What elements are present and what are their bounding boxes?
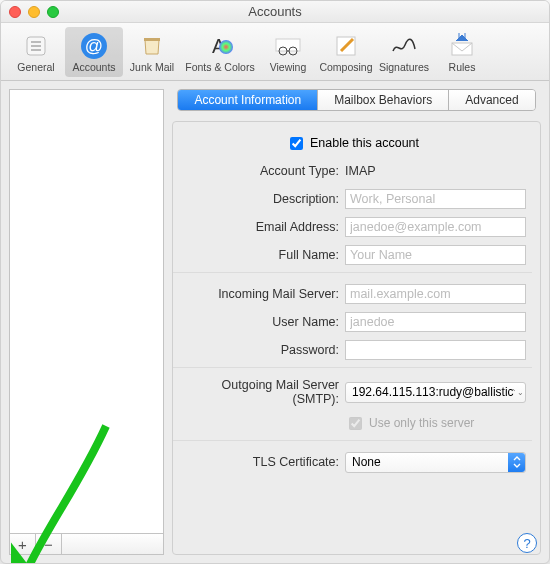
email-input[interactable]	[345, 217, 526, 237]
accounts-sidebar: + −	[9, 89, 164, 555]
smtp-label: Outgoing Mail Server (SMTP):	[173, 378, 345, 406]
tab-label: Account Information	[194, 93, 301, 107]
enable-account-checkbox[interactable]	[290, 137, 303, 150]
incoming-server-input[interactable]	[345, 284, 526, 304]
glasses-icon	[273, 31, 303, 61]
toolbar-item-signatures[interactable]: Signatures	[375, 27, 433, 77]
compose-icon	[331, 31, 361, 61]
use-only-this-server-checkbox[interactable]	[349, 417, 362, 430]
tab-mailbox-behaviors[interactable]: Mailbox Behaviors	[318, 90, 449, 110]
tab-label: Mailbox Behaviors	[334, 93, 432, 107]
minus-icon: −	[44, 536, 53, 553]
toolbar-item-accounts[interactable]: @ Accounts	[65, 27, 123, 77]
smtp-server-popup[interactable]: 192.64.115.113:rudy@ballistic ⌃⌄	[345, 382, 526, 403]
trash-icon	[137, 31, 167, 61]
tab-label: Advanced	[465, 93, 518, 107]
password-input[interactable]	[345, 340, 526, 360]
rules-icon	[447, 31, 477, 61]
divider	[173, 367, 532, 368]
titlebar: Accounts	[1, 1, 549, 23]
signature-icon	[389, 31, 419, 61]
accounts-list-footer-spacer	[62, 534, 163, 554]
username-input[interactable]	[345, 312, 526, 332]
toolbar-label: Fonts & Colors	[185, 61, 254, 73]
tls-certificate-popup[interactable]: None	[345, 452, 526, 473]
fonts-colors-icon: A	[205, 31, 235, 61]
toolbar-label: Composing	[319, 61, 372, 73]
svg-rect-2	[31, 45, 41, 47]
account-tabs: Account Information Mailbox Behaviors Ad…	[177, 89, 535, 111]
svg-rect-3	[31, 49, 41, 51]
toolbar-item-composing[interactable]: Composing	[317, 27, 375, 77]
tls-label: TLS Certificate:	[173, 455, 345, 469]
divider	[173, 440, 532, 441]
toolbar-label: General	[17, 61, 54, 73]
incoming-server-label: Incoming Mail Server:	[173, 287, 345, 301]
fullname-label: Full Name:	[173, 248, 345, 262]
description-label: Description:	[173, 192, 345, 206]
help-icon: ?	[523, 536, 530, 551]
svg-text:@: @	[85, 36, 103, 56]
toolbar-label: Accounts	[72, 61, 115, 73]
account-type-label: Account Type:	[173, 164, 345, 178]
chevron-updown-icon	[508, 453, 525, 472]
toolbar-item-junkmail[interactable]: Junk Mail	[123, 27, 181, 77]
accounts-window: Accounts General @ Accounts Junk Mail A …	[0, 0, 550, 564]
email-label: Email Address:	[173, 220, 345, 234]
toolbar-label: Junk Mail	[130, 61, 174, 73]
at-sign-icon: @	[79, 31, 109, 61]
svg-rect-6	[144, 38, 160, 41]
toolbar-item-viewing[interactable]: Viewing	[259, 27, 317, 77]
help-button[interactable]: ?	[517, 533, 537, 553]
accounts-list[interactable]	[9, 89, 164, 533]
divider	[173, 272, 532, 273]
accounts-list-footer: + −	[9, 533, 164, 555]
chevron-updown-icon: ⌃⌄	[508, 383, 525, 402]
account-type-value: IMAP	[345, 164, 532, 178]
toolbar-item-fontscolors[interactable]: A Fonts & Colors	[181, 27, 259, 77]
tab-advanced[interactable]: Advanced	[449, 90, 534, 110]
main-panel: Account Information Mailbox Behaviors Ad…	[172, 89, 541, 555]
tab-account-information[interactable]: Account Information	[178, 90, 318, 110]
preferences-toolbar: General @ Accounts Junk Mail A Fonts & C…	[1, 23, 549, 81]
gear-icon	[21, 31, 51, 61]
add-account-button[interactable]: +	[10, 534, 36, 554]
toolbar-label: Viewing	[270, 61, 307, 73]
body: + − Account Information Mailbox Behavior…	[1, 81, 549, 563]
toolbar-label: Rules	[449, 61, 476, 73]
remove-account-button[interactable]: −	[36, 534, 62, 554]
smtp-server-value: 192.64.115.113:rudy@ballistic	[352, 385, 514, 399]
toolbar-label: Signatures	[379, 61, 429, 73]
fullname-input[interactable]	[345, 245, 526, 265]
description-input[interactable]	[345, 189, 526, 209]
svg-rect-1	[31, 41, 41, 43]
username-label: User Name:	[173, 315, 345, 329]
toolbar-item-general[interactable]: General	[7, 27, 65, 77]
plus-icon: +	[18, 536, 27, 553]
window-title: Accounts	[1, 4, 549, 19]
tls-certificate-value: None	[352, 455, 381, 469]
toolbar-item-rules[interactable]: Rules	[433, 27, 491, 77]
use-only-this-server-label: Use only this server	[369, 416, 474, 430]
svg-point-8	[219, 40, 233, 54]
enable-account-label: Enable this account	[310, 136, 419, 150]
account-form: Enable this account Account Type: IMAP D…	[172, 121, 541, 555]
password-label: Password:	[173, 343, 345, 357]
